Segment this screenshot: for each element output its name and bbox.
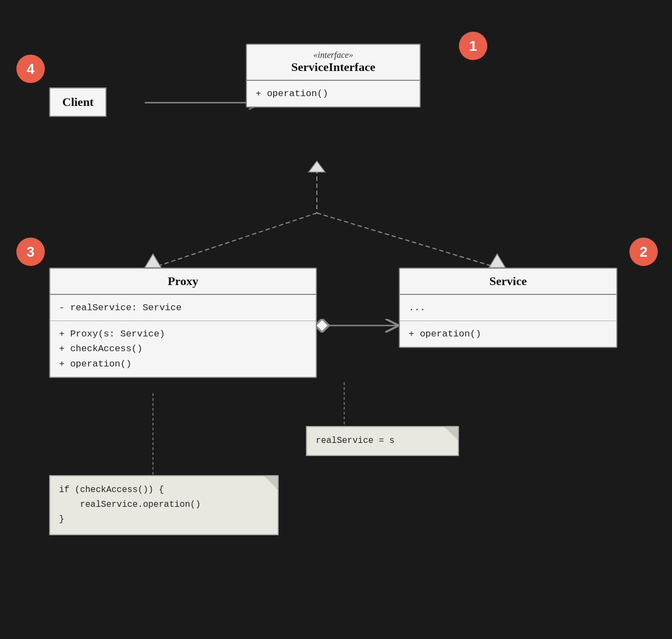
service-methods: + operation() xyxy=(400,321,616,347)
proxy-name: Proxy xyxy=(59,274,307,288)
badge-2: 2 xyxy=(629,238,658,266)
stereotype-label: «interface» xyxy=(256,50,411,60)
proxy-methods: + Proxy(s: Service)+ checkAccess()+ oper… xyxy=(50,321,316,377)
svg-marker-9 xyxy=(309,161,325,172)
service-method-1: + operation() xyxy=(409,329,481,339)
service-header: Service xyxy=(400,269,616,295)
client-label: Client xyxy=(62,95,93,109)
proxy-method-1: + Proxy(s: Service)+ checkAccess()+ oper… xyxy=(59,329,165,369)
proxy-field-1: - realService: Service xyxy=(59,303,181,313)
svg-line-7 xyxy=(317,213,497,268)
service-field-1: ... xyxy=(409,303,426,313)
svg-line-4 xyxy=(153,213,317,268)
service-name: Service xyxy=(409,274,608,288)
badge-4: 4 xyxy=(16,55,45,83)
service-box: Service ... + operation() xyxy=(399,268,617,348)
service-interface-method-1: + operation() xyxy=(256,88,328,99)
service-interface-name: ServiceInterface xyxy=(256,60,411,74)
service-note: realService = s xyxy=(306,426,459,456)
badge-1: 1 xyxy=(459,32,487,60)
proxy-box: Proxy - realService: Service + Proxy(s: … xyxy=(49,268,317,378)
svg-marker-5 xyxy=(145,254,161,268)
service-interface-box: «interface» ServiceInterface + operation… xyxy=(246,44,421,108)
proxy-note: if (checkAccess()) { realService.operati… xyxy=(49,475,279,535)
proxy-header: Proxy xyxy=(50,269,316,295)
service-note-line-1: realService = s xyxy=(316,436,394,446)
service-fields: ... xyxy=(400,295,616,321)
client-box: Client xyxy=(49,87,107,117)
service-interface-methods: + operation() xyxy=(247,81,420,106)
badge-3: 3 xyxy=(16,238,45,266)
proxy-note-line-1: if (checkAccess()) { realService.operati… xyxy=(59,485,201,524)
service-interface-header: «interface» ServiceInterface xyxy=(247,45,420,81)
svg-marker-8 xyxy=(489,254,505,268)
proxy-fields: - realService: Service xyxy=(50,295,316,321)
